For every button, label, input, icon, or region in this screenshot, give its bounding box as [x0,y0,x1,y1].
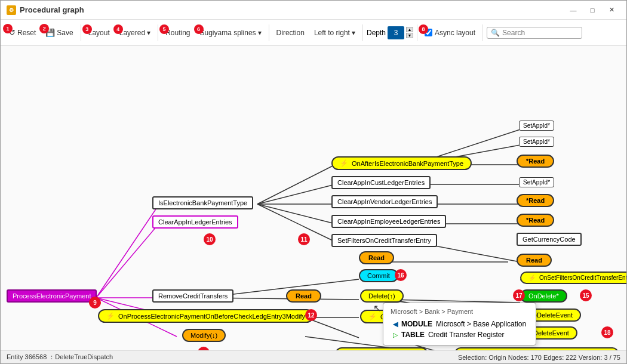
badge-10: 10 [204,233,216,245]
node-read2-label: *Read [526,158,545,165]
save-button[interactable]: 2 💾 Save [42,26,76,39]
node-read3-label: *Read [526,197,545,204]
node-clear-cust[interactable]: ClearAppInCustLedgerEntries [331,176,431,189]
layered-button[interactable]: 4 Layered ▾ [116,27,154,39]
node-on-delete[interactable]: OnDelete* [520,289,567,303]
node-read4[interactable]: *Read [517,214,554,227]
depth-down-arrow[interactable]: ▼ [406,33,413,38]
status-left: Entity 366568 ：DeleteTrueDispatch [7,353,113,362]
ltr-chevron-icon: ▾ [352,29,355,37]
sep1 [81,24,81,41]
node-process-electronic[interactable]: ProcessElectronicPayment [7,289,97,303]
popup-module-label: MODULE [401,320,432,328]
node-delete-label: Delete(↑) [368,292,395,300]
left-to-right-label: Left to right [314,29,350,37]
search-box[interactable]: 🔍 [487,27,582,39]
node-commit-label: Commit [367,272,390,279]
node-setapp1-label: SetAppId* [523,122,550,129]
node-on-set-filters[interactable]: ⚡ OnSetFiltersOnCreditTransferEntryOnCas… [520,272,626,284]
node-is-electronic-bank-label: IsElectronicBankPaymentType [158,199,247,206]
svg-line-5 [257,165,335,204]
node-on-after-is-electronic[interactable]: ⚡ OnAfterIsElectronicBankPaymentType [331,156,472,170]
node-process-electronic-label: ProcessElectronicPayment [13,292,91,300]
search-input[interactable] [502,29,574,37]
lightning-icon-on-af: ⚡ [368,313,377,320]
layout-button[interactable]: 3 Layout [85,27,113,39]
search-icon: 🔍 [491,29,500,37]
routing-badge: 5 [159,24,169,34]
canvas-area: ProcessElectronicPayment IsElectronicBan… [1,46,626,350]
node-clear-employee[interactable]: ClearAppInEmployeeLedgerEntries [331,215,446,228]
layered-label: Layered [119,29,145,37]
node-clear-vendor[interactable]: ClearAppInVendorLedgerEntries [331,195,438,208]
reset-button[interactable]: 1 ↺ Reset [5,26,39,39]
sep2 [158,24,158,41]
async-layout-checkbox[interactable]: 8 Async layout [421,27,479,39]
direction-label: Direction [276,29,305,37]
node-setapp2-label: SetAppId* [523,138,550,145]
node-check-print[interactable]: CheckPrintRestrictionsBeforeModifyCheckL… [454,347,619,350]
routing-label: Routing [165,29,190,37]
popup-table-item[interactable]: ▷ TABLE Credit Transfer Register [391,329,528,340]
node-on-delete-label: OnDelete* [528,292,559,300]
depth-label: Depth [367,29,386,37]
node-on-after-electronic-label: OnAfterIsElectronicBankPaymentType [352,160,463,167]
node-remove-credit[interactable]: RemoveCreditTransfers [152,289,233,303]
node-setapp3[interactable]: SetAppId* [519,177,554,187]
minimize-button[interactable]: — [564,4,582,16]
node-is-electronic-bank[interactable]: IsElectronicBankPaymentType [152,196,253,209]
node-remove-credit-label: RemoveCreditTransfers [158,292,228,300]
node-set-filters-label: SetFiltersOnCreditTransferEntry [337,237,431,244]
depth-input[interactable]: 3 [388,26,404,39]
node-read4-label: *Read [526,217,545,224]
node-clear-app-ledger[interactable]: ClearAppInLedgerEntries [152,215,238,229]
node-on-before-modify[interactable]: ⚡ OnBeforeModifyEvent [335,347,428,350]
module-icon: ◀ [393,320,398,328]
sugiyama-label: Sugiyama splines [200,29,256,37]
left-to-right-button[interactable]: Left to right ▾ [311,27,359,39]
badge-11: 11 [298,233,310,245]
direction-button[interactable]: Direction [273,27,308,39]
status-right: Selection: Origin Nodes: 170 Edges: 222 … [458,354,620,361]
close-button[interactable]: ✕ [603,4,620,16]
node-read3[interactable]: *Read [517,194,554,207]
node-commit[interactable]: Commit [359,269,398,282]
reset-badge: 1 [3,24,13,33]
depth-up-arrow[interactable]: ▲ [406,27,413,32]
sugiyama-chevron-icon: ▾ [258,29,262,37]
title-bar-left: ⚙ Procedural graph [7,5,84,15]
node-set-filters[interactable]: SetFiltersOnCreditTransferEntry [331,234,437,247]
badge-9: 9 [89,297,101,309]
app-icon: ⚙ [7,5,16,15]
node-setapp1[interactable]: SetAppId* [519,121,554,131]
routing-button[interactable]: 5 Routing [162,27,193,39]
badge-17: 17 [513,289,525,301]
node-read-bottom-label: Read [526,257,542,264]
node-read-bottom-right[interactable]: Read [517,254,552,267]
node-modify-label: Modify(↓) [190,332,217,339]
node-clear-cust-label: ClearAppInCustLedgerEntries [337,179,425,186]
node-read-middle[interactable]: Read [359,251,394,264]
node-get-currency-label: GetCurrencyCode [522,236,576,243]
sugiyama-button[interactable]: 6 Sugiyama splines ▾ [196,27,265,39]
popup-module-value: Microsoft > Base Application [436,320,526,328]
node-read-standalone[interactable]: Read [286,289,321,303]
node-delete[interactable]: Delete(↑) [360,289,404,303]
svg-line-9 [257,204,335,242]
popup-module-item[interactable]: ◀ MODULE Microsoft > Base Application [391,319,528,329]
node-clear-employee-label: ClearAppInEmployeeLedgerEntries [337,218,440,225]
node-read-middle-label: Read [368,254,385,261]
node-modify[interactable]: Modify(↓) [182,329,226,342]
popup-breadcrumb: Microsoft > Bank > Payment [391,308,528,315]
toolbar: 1 ↺ Reset 2 💾 Save 3 Layout 4 Layered ▾ … [1,20,626,46]
badge-18: 18 [601,326,613,338]
node-read2[interactable]: *Read [517,155,554,168]
node-get-currency[interactable]: GetCurrencyCode [517,233,582,246]
node-on-process-electronic[interactable]: ⚡ OnProcessElectronicPaymentOnBeforeChec… [98,309,314,323]
sep3 [269,24,269,41]
depth-arrows: ▲ ▼ [406,27,413,38]
maximize-button[interactable]: □ [583,4,601,16]
node-setapp2[interactable]: SetAppId* [519,137,554,147]
node-setapp3-label: SetAppId* [523,179,550,186]
svg-line-6 [257,184,335,204]
